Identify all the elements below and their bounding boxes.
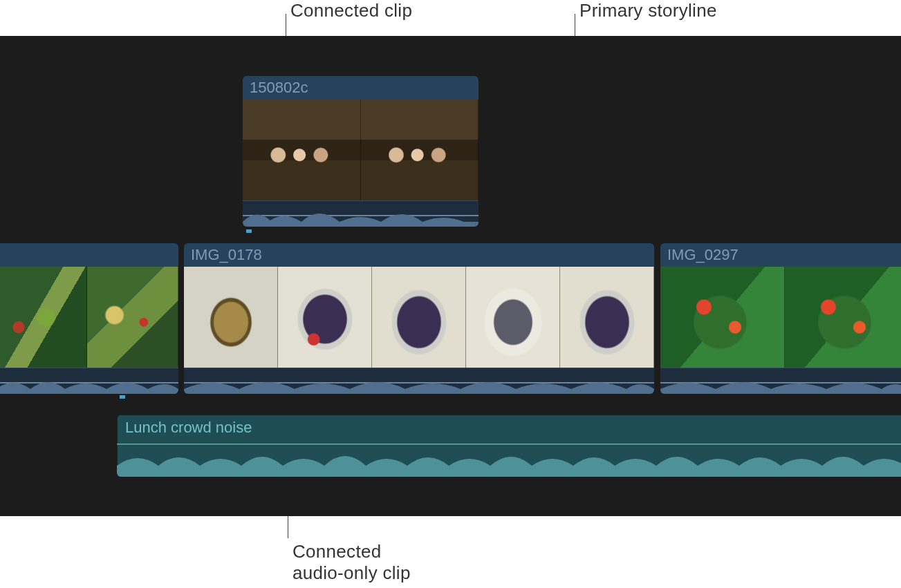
clip-thumbnail	[372, 267, 466, 368]
clip-thumbnail	[560, 267, 654, 368]
callout-primary-storyline: Primary storyline	[579, 0, 717, 21]
clip-thumbnail	[361, 99, 479, 200]
waveform-icon	[660, 368, 901, 394]
clip-thumbnail	[278, 267, 372, 368]
svg-rect-0	[243, 215, 479, 216]
svg-rect-3	[660, 382, 901, 383]
svg-rect-4	[117, 444, 901, 445]
clip-thumbnail	[660, 267, 785, 368]
clip-title: 150802c	[243, 76, 479, 99]
clip-thumbnail	[466, 267, 560, 368]
clip-title: IMG_0297	[660, 243, 901, 267]
primary-clip-left[interactable]	[0, 243, 178, 394]
clip-audio-lane[interactable]	[0, 368, 178, 394]
clip-thumbnail	[87, 267, 178, 368]
clip-title: IMG_0178	[184, 243, 654, 267]
clip-audio-lane[interactable]	[660, 368, 901, 394]
clip-thumbnail	[184, 267, 278, 368]
clip-thumbnail	[0, 267, 87, 368]
waveform-icon	[243, 201, 479, 227]
callout-text: Connected clip	[290, 0, 412, 21]
clip-title: Lunch crowd noise	[117, 415, 901, 438]
clip-connection-indicator	[120, 395, 125, 399]
clip-title	[0, 243, 178, 267]
primary-clip-middle[interactable]: IMG_0178	[184, 243, 654, 394]
timeline-canvas[interactable]: 150802c IMG_0178	[0, 36, 901, 516]
callout-connected-audio: Connected audio-only clip	[292, 541, 411, 584]
connected-audio-clip[interactable]: Lunch crowd noise	[117, 415, 901, 477]
clip-thumbnail	[785, 267, 901, 368]
clip-thumbnail	[243, 99, 361, 200]
callout-text: Primary storyline	[579, 0, 717, 21]
clip-audio-lane[interactable]	[184, 368, 654, 394]
clip-audio-lane[interactable]	[243, 200, 479, 227]
connected-video-clip[interactable]: 150802c	[243, 76, 479, 227]
primary-clip-right[interactable]: IMG_0297	[660, 243, 901, 394]
svg-rect-2	[184, 382, 654, 383]
callout-text-line2: audio-only clip	[292, 562, 411, 583]
callout-connected-clip: Connected clip	[290, 0, 412, 21]
waveform-icon	[0, 368, 178, 394]
callout-text-line1: Connected	[292, 541, 381, 562]
svg-rect-1	[0, 382, 178, 383]
waveform-icon	[117, 438, 901, 477]
waveform-icon	[184, 368, 654, 394]
clip-connection-indicator	[246, 229, 252, 233]
